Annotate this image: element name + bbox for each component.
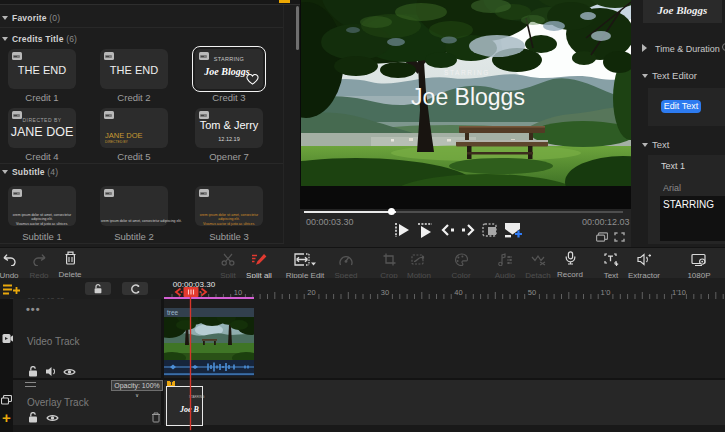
svg-text:40: 40 [454, 288, 462, 297]
svg-text:10: 10 [234, 288, 242, 297]
svg-text:STARRING: STARRING [444, 69, 490, 76]
svg-text:30: 30 [381, 288, 389, 297]
svg-text:50: 50 [528, 288, 536, 297]
svg-text:1'0: 1'0 [601, 288, 611, 297]
svg-text:20: 20 [307, 288, 315, 297]
svg-text:Joe Bloggs: Joe Bloggs [411, 84, 525, 110]
svg-text:1'10: 1'10 [672, 288, 686, 297]
